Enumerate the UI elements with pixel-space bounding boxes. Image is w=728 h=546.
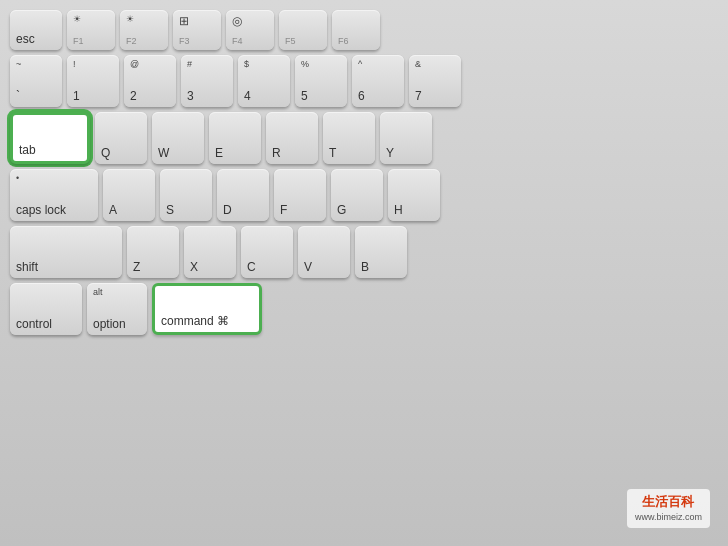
7-top: &: [415, 59, 421, 69]
y-label: Y: [386, 146, 394, 160]
f3-label: F3: [179, 36, 190, 46]
key-f2[interactable]: ☀ F2: [120, 10, 168, 50]
qwerty-row: tab Q W E R T Y: [10, 112, 718, 164]
caps-dot: •: [16, 173, 19, 183]
key-d[interactable]: D: [217, 169, 269, 221]
3-top: #: [187, 59, 192, 69]
key-esc[interactable]: esc: [10, 10, 62, 50]
f4-label: F4: [232, 36, 243, 46]
6-top: ^: [358, 59, 362, 69]
key-command[interactable]: command ⌘: [152, 283, 262, 335]
key-2[interactable]: @ 2: [124, 55, 176, 107]
key-c[interactable]: C: [241, 226, 293, 278]
watermark-url: www.bimeiz.com: [635, 511, 702, 524]
r-label: R: [272, 146, 281, 160]
d-label: D: [223, 203, 232, 217]
f-label: F: [280, 203, 287, 217]
key-option[interactable]: alt option: [87, 283, 147, 335]
6-bottom: 6: [358, 89, 365, 103]
v-label: V: [304, 260, 312, 274]
watermark: 生活百科 www.bimeiz.com: [627, 489, 710, 528]
key-h[interactable]: H: [388, 169, 440, 221]
q-label: Q: [101, 146, 110, 160]
key-f5[interactable]: F5: [279, 10, 327, 50]
f1-icon: ☀: [73, 14, 81, 24]
key-g[interactable]: G: [331, 169, 383, 221]
key-7[interactable]: & 7: [409, 55, 461, 107]
fn-row: esc ☀ F1 ☀ F2 ⊞ F3 ◎ F4 F5 F6: [10, 10, 718, 50]
f2-label: F2: [126, 36, 137, 46]
2-top: @: [130, 59, 139, 69]
f1-label: F1: [73, 36, 84, 46]
key-r[interactable]: R: [266, 112, 318, 164]
b-label: B: [361, 260, 369, 274]
4-bottom: 4: [244, 89, 251, 103]
tilde-bottom: `: [16, 89, 20, 103]
c-label: C: [247, 260, 256, 274]
1-bottom: 1: [73, 89, 80, 103]
f6-label: F6: [338, 36, 349, 46]
shift-label: shift: [16, 260, 38, 274]
key-caps-lock[interactable]: • caps lock: [10, 169, 98, 221]
s-label: S: [166, 203, 174, 217]
2-bottom: 2: [130, 89, 137, 103]
watermark-site: 生活百科: [635, 493, 702, 511]
1-top: !: [73, 59, 76, 69]
esc-label: esc: [16, 32, 35, 46]
f4-icon: ◎: [232, 14, 242, 28]
key-b[interactable]: B: [355, 226, 407, 278]
w-label: W: [158, 146, 169, 160]
e-label: E: [215, 146, 223, 160]
key-tab[interactable]: tab: [10, 112, 90, 164]
modifier-row: control alt option command ⌘: [10, 283, 718, 335]
x-label: X: [190, 260, 198, 274]
key-6[interactable]: ^ 6: [352, 55, 404, 107]
alt-label: alt: [93, 287, 103, 297]
key-f[interactable]: F: [274, 169, 326, 221]
g-label: G: [337, 203, 346, 217]
key-tilde[interactable]: ~ `: [10, 55, 62, 107]
keyboard-container: esc ☀ F1 ☀ F2 ⊞ F3 ◎ F4 F5 F6: [0, 0, 728, 546]
tab-label: tab: [19, 143, 36, 157]
asdf-row: • caps lock A S D F G H: [10, 169, 718, 221]
tilde-top: ~: [16, 59, 21, 69]
key-f6[interactable]: F6: [332, 10, 380, 50]
3-bottom: 3: [187, 89, 194, 103]
key-s[interactable]: S: [160, 169, 212, 221]
option-label: option: [93, 317, 126, 331]
key-control[interactable]: control: [10, 283, 82, 335]
key-y[interactable]: Y: [380, 112, 432, 164]
number-row: ~ ` ! 1 @ 2 # 3 $ 4 % 5: [10, 55, 718, 107]
4-top: $: [244, 59, 249, 69]
f2-icon: ☀: [126, 14, 134, 24]
key-x[interactable]: X: [184, 226, 236, 278]
key-f3[interactable]: ⊞ F3: [173, 10, 221, 50]
control-label: control: [16, 317, 52, 331]
key-3[interactable]: # 3: [181, 55, 233, 107]
key-z[interactable]: Z: [127, 226, 179, 278]
key-f1[interactable]: ☀ F1: [67, 10, 115, 50]
key-shift-left[interactable]: shift: [10, 226, 122, 278]
command-label: command ⌘: [161, 314, 229, 328]
f3-icon: ⊞: [179, 14, 189, 28]
z-label: Z: [133, 260, 140, 274]
5-top: %: [301, 59, 309, 69]
t-label: T: [329, 146, 336, 160]
key-f4[interactable]: ◎ F4: [226, 10, 274, 50]
7-bottom: 7: [415, 89, 422, 103]
key-5[interactable]: % 5: [295, 55, 347, 107]
key-1[interactable]: ! 1: [67, 55, 119, 107]
key-e[interactable]: E: [209, 112, 261, 164]
zxcv-row: shift Z X C V B: [10, 226, 718, 278]
h-label: H: [394, 203, 403, 217]
key-4[interactable]: $ 4: [238, 55, 290, 107]
key-t[interactable]: T: [323, 112, 375, 164]
f5-label: F5: [285, 36, 296, 46]
a-label: A: [109, 203, 117, 217]
key-a[interactable]: A: [103, 169, 155, 221]
key-v[interactable]: V: [298, 226, 350, 278]
key-w[interactable]: W: [152, 112, 204, 164]
key-q[interactable]: Q: [95, 112, 147, 164]
5-bottom: 5: [301, 89, 308, 103]
keyboard-rows: esc ☀ F1 ☀ F2 ⊞ F3 ◎ F4 F5 F6: [10, 10, 718, 335]
